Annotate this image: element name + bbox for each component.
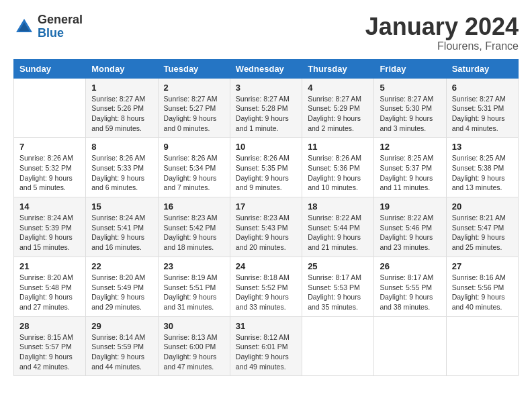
day-number: 17 (236, 201, 296, 212)
day-info: Sunrise: 8:20 AM Sunset: 5:48 PM Dayligh… (19, 273, 80, 312)
calendar-cell: 11Sunrise: 8:26 AM Sunset: 5:36 PM Dayli… (302, 138, 374, 197)
day-info: Sunrise: 8:27 AM Sunset: 5:30 PM Dayligh… (380, 94, 440, 134)
logo-icon (13, 16, 35, 38)
day-number: 8 (91, 142, 152, 152)
day-info: Sunrise: 8:13 AM Sunset: 6:00 PM Dayligh… (164, 332, 224, 372)
day-number: 20 (452, 201, 513, 212)
day-number: 4 (308, 83, 368, 93)
day-number: 3 (236, 83, 296, 93)
calendar-cell: 14Sunrise: 8:24 AM Sunset: 5:39 PM Dayli… (14, 197, 86, 257)
day-info: Sunrise: 8:20 AM Sunset: 5:49 PM Dayligh… (91, 273, 152, 312)
calendar-week-5: 28Sunrise: 8:15 AM Sunset: 5:57 PM Dayli… (14, 316, 519, 376)
day-number: 7 (19, 142, 80, 152)
day-info: Sunrise: 8:27 AM Sunset: 5:26 PM Dayligh… (91, 94, 152, 134)
calendar-cell: 31Sunrise: 8:12 AM Sunset: 6:01 PM Dayli… (230, 316, 302, 376)
day-info: Sunrise: 8:27 AM Sunset: 5:28 PM Dayligh… (236, 94, 296, 134)
day-info: Sunrise: 8:26 AM Sunset: 5:34 PM Dayligh… (164, 153, 224, 193)
logo-general: General (38, 13, 83, 27)
day-info: Sunrise: 8:26 AM Sunset: 5:36 PM Dayligh… (308, 153, 368, 193)
page-header: General Blue January 2024 Flourens, Fran… (13, 13, 519, 52)
day-number: 29 (91, 321, 152, 331)
header-tuesday: Tuesday (158, 59, 230, 78)
day-number: 26 (380, 261, 440, 271)
day-info: Sunrise: 8:23 AM Sunset: 5:42 PM Dayligh… (164, 213, 224, 253)
day-info: Sunrise: 8:22 AM Sunset: 5:44 PM Dayligh… (308, 213, 368, 253)
calendar-cell: 7Sunrise: 8:26 AM Sunset: 5:32 PM Daylig… (14, 138, 86, 197)
calendar-week-2: 7Sunrise: 8:26 AM Sunset: 5:32 PM Daylig… (14, 138, 519, 197)
day-info: Sunrise: 8:25 AM Sunset: 5:38 PM Dayligh… (452, 153, 513, 193)
day-number: 19 (380, 201, 440, 212)
day-number: 6 (452, 83, 513, 93)
header-saturday: Saturday (446, 59, 518, 78)
calendar-cell: 15Sunrise: 8:24 AM Sunset: 5:41 PM Dayli… (86, 197, 158, 257)
day-info: Sunrise: 8:27 AM Sunset: 5:31 PM Dayligh… (452, 94, 513, 134)
day-info: Sunrise: 8:24 AM Sunset: 5:41 PM Dayligh… (91, 213, 152, 253)
calendar-cell: 24Sunrise: 8:18 AM Sunset: 5:52 PM Dayli… (230, 257, 302, 316)
calendar-cell: 13Sunrise: 8:25 AM Sunset: 5:38 PM Dayli… (446, 138, 518, 197)
day-info: Sunrise: 8:21 AM Sunset: 5:47 PM Dayligh… (452, 213, 513, 253)
calendar-cell: 3Sunrise: 8:27 AM Sunset: 5:28 PM Daylig… (230, 78, 302, 138)
calendar-cell: 10Sunrise: 8:26 AM Sunset: 5:35 PM Dayli… (230, 138, 302, 197)
day-number: 30 (164, 321, 224, 331)
calendar-week-4: 21Sunrise: 8:20 AM Sunset: 5:48 PM Dayli… (14, 257, 519, 316)
header-thursday: Thursday (302, 59, 374, 78)
day-number: 9 (164, 142, 224, 152)
calendar-cell: 26Sunrise: 8:17 AM Sunset: 5:55 PM Dayli… (374, 257, 446, 316)
calendar-cell: 2Sunrise: 8:27 AM Sunset: 5:27 PM Daylig… (158, 78, 230, 138)
day-info: Sunrise: 8:26 AM Sunset: 5:33 PM Dayligh… (91, 153, 152, 193)
calendar-cell: 9Sunrise: 8:26 AM Sunset: 5:34 PM Daylig… (158, 138, 230, 197)
month-title: January 2024 (365, 13, 519, 40)
day-info: Sunrise: 8:17 AM Sunset: 5:55 PM Dayligh… (380, 273, 440, 312)
calendar-body: 1Sunrise: 8:27 AM Sunset: 5:26 PM Daylig… (14, 78, 519, 376)
calendar-cell: 1Sunrise: 8:27 AM Sunset: 5:26 PM Daylig… (86, 78, 158, 138)
day-info: Sunrise: 8:27 AM Sunset: 5:29 PM Dayligh… (308, 94, 368, 134)
day-number: 27 (452, 261, 513, 271)
day-number: 14 (19, 201, 80, 212)
day-info: Sunrise: 8:16 AM Sunset: 5:56 PM Dayligh… (452, 273, 513, 312)
day-number: 1 (91, 83, 152, 93)
calendar-cell: 4Sunrise: 8:27 AM Sunset: 5:29 PM Daylig… (302, 78, 374, 138)
day-number: 11 (308, 142, 368, 152)
calendar-cell: 27Sunrise: 8:16 AM Sunset: 5:56 PM Dayli… (446, 257, 518, 316)
calendar-week-1: 1Sunrise: 8:27 AM Sunset: 5:26 PM Daylig… (14, 78, 519, 138)
day-number: 21 (19, 261, 80, 271)
day-number: 24 (236, 261, 296, 271)
day-info: Sunrise: 8:18 AM Sunset: 5:52 PM Dayligh… (236, 273, 296, 312)
calendar-cell: 30Sunrise: 8:13 AM Sunset: 6:00 PM Dayli… (158, 316, 230, 376)
calendar-cell (14, 78, 86, 138)
day-number: 12 (380, 142, 440, 152)
calendar-cell: 22Sunrise: 8:20 AM Sunset: 5:49 PM Dayli… (86, 257, 158, 316)
day-info: Sunrise: 8:12 AM Sunset: 6:01 PM Dayligh… (236, 332, 296, 372)
day-number: 31 (236, 321, 296, 331)
header-friday: Friday (374, 59, 446, 78)
calendar-cell: 28Sunrise: 8:15 AM Sunset: 5:57 PM Dayli… (14, 316, 86, 376)
day-info: Sunrise: 8:15 AM Sunset: 5:57 PM Dayligh… (19, 332, 80, 372)
calendar-cell: 25Sunrise: 8:17 AM Sunset: 5:53 PM Dayli… (302, 257, 374, 316)
calendar-cell: 12Sunrise: 8:25 AM Sunset: 5:37 PM Dayli… (374, 138, 446, 197)
calendar-cell: 6Sunrise: 8:27 AM Sunset: 5:31 PM Daylig… (446, 78, 518, 138)
calendar-header-row: SundayMondayTuesdayWednesdayThursdayFrid… (14, 59, 519, 78)
day-info: Sunrise: 8:24 AM Sunset: 5:39 PM Dayligh… (19, 213, 80, 253)
header-monday: Monday (86, 59, 158, 78)
calendar-week-3: 14Sunrise: 8:24 AM Sunset: 5:39 PM Dayli… (14, 197, 519, 257)
day-info: Sunrise: 8:26 AM Sunset: 5:32 PM Dayligh… (19, 153, 80, 193)
calendar-table: SundayMondayTuesdayWednesdayThursdayFrid… (13, 59, 519, 377)
calendar-cell: 20Sunrise: 8:21 AM Sunset: 5:47 PM Dayli… (446, 197, 518, 257)
day-number: 25 (308, 261, 368, 271)
calendar-cell: 5Sunrise: 8:27 AM Sunset: 5:30 PM Daylig… (374, 78, 446, 138)
day-number: 5 (380, 83, 440, 93)
calendar-cell: 8Sunrise: 8:26 AM Sunset: 5:33 PM Daylig… (86, 138, 158, 197)
day-number: 10 (236, 142, 296, 152)
calendar-cell: 16Sunrise: 8:23 AM Sunset: 5:42 PM Dayli… (158, 197, 230, 257)
day-info: Sunrise: 8:25 AM Sunset: 5:37 PM Dayligh… (380, 153, 440, 193)
calendar-cell (374, 316, 446, 376)
calendar-cell: 19Sunrise: 8:22 AM Sunset: 5:46 PM Dayli… (374, 197, 446, 257)
day-info: Sunrise: 8:17 AM Sunset: 5:53 PM Dayligh… (308, 273, 368, 312)
calendar-cell (302, 316, 374, 376)
day-number: 18 (308, 201, 368, 212)
header-wednesday: Wednesday (230, 59, 302, 78)
calendar-cell: 18Sunrise: 8:22 AM Sunset: 5:44 PM Dayli… (302, 197, 374, 257)
day-number: 13 (452, 142, 513, 152)
calendar-cell: 29Sunrise: 8:14 AM Sunset: 5:59 PM Dayli… (86, 316, 158, 376)
day-number: 22 (91, 261, 152, 271)
